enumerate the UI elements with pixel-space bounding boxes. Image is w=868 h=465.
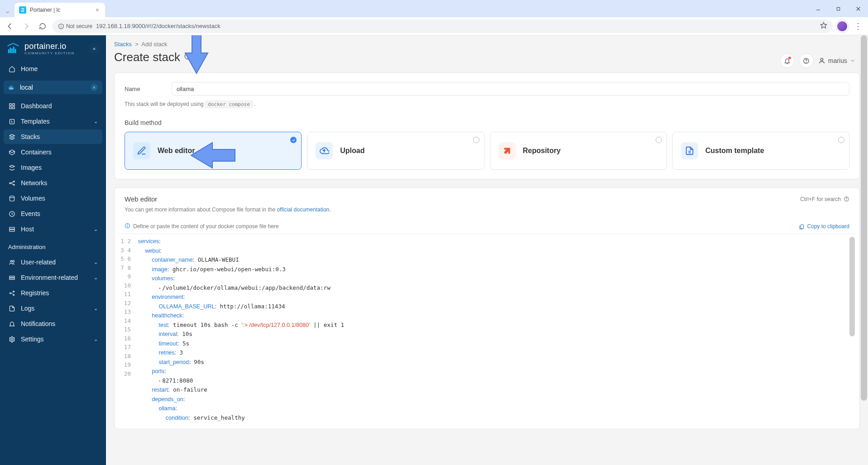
sidebar-item-label: Volumes — [21, 195, 45, 202]
stack-name-input[interactable] — [172, 82, 849, 96]
chevron-down-icon: ⌄ — [94, 119, 98, 125]
sidebar-item-label: Settings — [21, 336, 44, 343]
svg-rect-10 — [10, 48, 11, 53]
browser-toolbar: Not secure 192.168.1.18:9000/#!/2/docker… — [0, 17, 868, 35]
sidebar-collapse-button[interactable]: « — [89, 43, 100, 53]
copy-to-clipboard-button[interactable]: Copy to clipboard — [799, 223, 849, 230]
window-controls — [808, 0, 868, 17]
user-menu[interactable]: marius — [818, 57, 855, 64]
reload-button[interactable] — [36, 20, 49, 33]
profile-avatar[interactable] — [836, 20, 848, 32]
sidebar-item-label: Images — [21, 164, 42, 171]
sidebar-item-logs[interactable]: Logs⌄ — [4, 301, 102, 316]
name-row: Name — [125, 82, 849, 96]
svg-rect-12 — [13, 47, 14, 53]
svg-point-24 — [9, 182, 10, 184]
not-secure-badge[interactable]: Not secure — [58, 23, 92, 29]
user-name: marius — [828, 57, 847, 64]
svg-rect-3 — [837, 7, 839, 10]
breadcrumb: Stacks > Add stack — [106, 35, 868, 48]
sidebar-item-label: Events — [21, 210, 40, 217]
logs-icon — [8, 305, 15, 312]
refresh-icon[interactable] — [184, 52, 192, 62]
sidebar: portainer.io COMMUNITY EDITION « Home lo… — [0, 35, 106, 465]
sidebar-item-images[interactable]: Images — [4, 160, 102, 175]
scrollbar-thumb[interactable] — [861, 35, 867, 401]
home-icon — [8, 65, 15, 72]
forward-button[interactable] — [20, 20, 33, 33]
svg-rect-29 — [9, 227, 14, 229]
minimize-button[interactable] — [808, 2, 828, 15]
close-tab-icon[interactable] — [94, 7, 101, 13]
sidebar-item-home[interactable]: Home — [4, 62, 102, 76]
chevron-down-icon: ⌄ — [94, 259, 98, 265]
address-bar[interactable]: Not secure 192.168.1.18:9000/#!/2/docker… — [53, 19, 833, 33]
sidebar-item-notifications[interactable]: Notifications — [4, 316, 102, 331]
sidebar-item-dashboard[interactable]: Dashboard — [4, 99, 102, 113]
environment-badge[interactable]: local × — [4, 81, 102, 94]
back-button[interactable] — [4, 20, 16, 33]
sidebar-item-label: Registries — [21, 289, 49, 297]
close-environment-icon[interactable]: × — [91, 84, 98, 91]
maximize-button[interactable] — [828, 2, 848, 15]
chevron-down-icon: ⌄ — [94, 336, 98, 342]
sidebar-item-settings[interactable]: Settings⌄ — [4, 332, 102, 346]
radio-icon — [838, 137, 844, 143]
docker-icon — [8, 84, 15, 91]
sidebar-item-stacks[interactable]: Stacks — [4, 129, 102, 144]
browser-menu-icon[interactable]: ⋮ — [852, 21, 864, 31]
environment-related-icon — [8, 274, 15, 281]
code-content[interactable]: services: webui: container_name: OLLAMA-… — [134, 234, 856, 425]
svg-rect-22 — [12, 106, 14, 108]
user-related-icon — [8, 259, 15, 266]
sidebar-item-templates[interactable]: Templates⌄ — [4, 114, 102, 129]
svg-point-40 — [806, 62, 807, 62]
docs-link[interactable]: official documentation — [277, 206, 329, 213]
svg-rect-17 — [10, 86, 11, 87]
upload-icon — [316, 142, 333, 159]
editor-define-hint: Define or paste the content of your dock… — [133, 223, 279, 230]
sidebar-item-label: Home — [21, 65, 38, 72]
sidebar-item-user-related[interactable]: User-related⌄ — [4, 255, 102, 269]
close-window-button[interactable] — [848, 2, 868, 15]
sidebar-item-registries[interactable]: Registries — [4, 286, 102, 300]
images-icon — [8, 164, 15, 171]
scrollbar-track[interactable] — [860, 35, 868, 465]
method-label: Upload — [340, 147, 364, 155]
page-title-row: Create stack — [106, 48, 868, 70]
browser-tab[interactable]: Portainer | lc — [14, 3, 105, 17]
svg-point-32 — [12, 260, 14, 262]
breadcrumb-root[interactable]: Stacks — [114, 41, 132, 48]
sidebar-item-networks[interactable]: Networks — [4, 176, 102, 190]
line-gutter: 1 2 3 4 5 6 7 8 9 10 11 12 13 14 15 16 1… — [118, 234, 134, 381]
method-upload[interactable]: Upload — [307, 132, 484, 170]
repository-icon — [499, 142, 516, 159]
method-repository[interactable]: Repository — [490, 132, 667, 170]
code-scrollbar[interactable] — [849, 237, 855, 336]
sidebar-item-containers[interactable]: Containers — [4, 145, 102, 159]
environment-name: local — [20, 84, 33, 91]
registries-icon — [8, 289, 15, 297]
chevron-down-icon: ⌄ — [94, 226, 98, 232]
method-custom-template[interactable]: Custom template — [672, 132, 849, 170]
sidebar-item-label: Environment-related — [21, 274, 78, 281]
bookmark-icon[interactable] — [820, 22, 827, 30]
code-editor[interactable]: 1 2 3 4 5 6 7 8 9 10 11 12 13 14 15 16 1… — [118, 234, 856, 425]
header-actions: marius — [780, 53, 855, 68]
method-web-editor[interactable]: Web editor — [125, 132, 302, 170]
svg-point-26 — [13, 184, 14, 186]
help-button[interactable] — [799, 53, 814, 68]
not-secure-label: Not secure — [66, 23, 92, 29]
sidebar-item-events[interactable]: Events — [4, 206, 102, 221]
editor-find-hint: Ctrl+F for search — [800, 196, 849, 202]
brand: portainer.io COMMUNITY EDITION « — [0, 35, 106, 60]
sidebar-item-label: Logs — [21, 305, 34, 312]
sidebar-item-volumes[interactable]: Volumes — [4, 191, 102, 206]
notifications-button[interactable] — [780, 53, 795, 68]
tabs-dropdown[interactable] — [3, 7, 13, 17]
sidebar-item-environment-related[interactable]: Environment-related⌄ — [4, 270, 102, 285]
events-icon — [8, 210, 15, 217]
deploy-hint: This stack will be deployed using docker… — [125, 101, 849, 107]
sidebar-item-host[interactable]: Host⌄ — [4, 222, 102, 236]
form-card: Name This stack will be deployed using d… — [114, 72, 860, 179]
